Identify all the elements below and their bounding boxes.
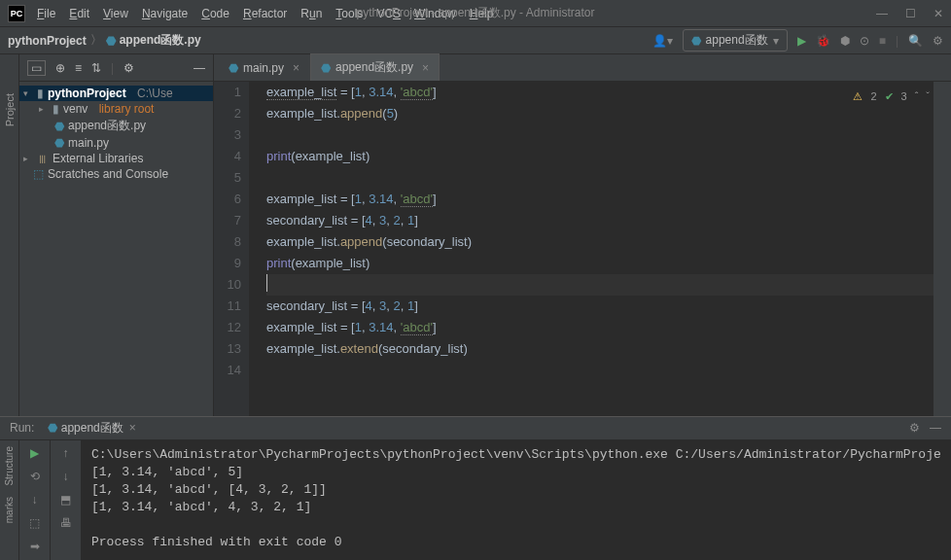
code-content[interactable]: example_list = [1, 3.14, 'abcd'] example…: [249, 82, 933, 416]
tree-project-root[interactable]: ▾ ▮ pythonProject C:\Use: [19, 86, 213, 101]
search-button[interactable]: 🔍: [908, 34, 923, 48]
run-toolbar: ▶ ⟲ ↓ ⬚ ➡: [19, 440, 51, 560]
print-button[interactable]: 🖶: [60, 516, 72, 530]
run-config-name: append函数: [706, 32, 768, 49]
tab-main[interactable]: ⬣ main.py ×: [218, 55, 310, 81]
editor: ⬣ main.py × ⬣ append函数.py × ⚠2 ✔3 ˆˇ 123…: [214, 54, 951, 416]
expand-toggle[interactable]: ▸: [39, 104, 49, 114]
layout-button[interactable]: ⬚: [29, 516, 40, 530]
up-button[interactable]: ↑: [63, 446, 69, 460]
project-view-icon[interactable]: ▭: [27, 60, 46, 76]
line-gutter: 1234567891011121314: [214, 82, 249, 416]
expand-icon[interactable]: ≡: [75, 61, 82, 75]
gear-icon[interactable]: ⚙: [909, 421, 920, 435]
left-tool-stripe-lower: Structure marks: [0, 440, 19, 560]
app-logo: PC: [8, 5, 25, 22]
wrap-button[interactable]: ⬒: [60, 493, 71, 507]
stop-button[interactable]: ⟲: [30, 470, 40, 483]
run-header: Run: ⬣ append函数 × ⚙ —: [0, 417, 951, 440]
close-button[interactable]: ✕: [933, 7, 943, 20]
maximize-button[interactable]: ☐: [905, 7, 916, 20]
menu-navigate[interactable]: Navigate: [142, 7, 188, 20]
menu-refactor[interactable]: Refactor: [243, 7, 287, 20]
run-toolbar-2: ↑ ↓ ⬒ 🖶: [51, 440, 82, 560]
menu-code[interactable]: Code: [201, 7, 229, 20]
down-button[interactable]: ↓: [32, 493, 38, 507]
coverage-button[interactable]: ⬢: [840, 34, 850, 48]
breadcrumb-project[interactable]: pythonProject: [8, 34, 87, 48]
folder-icon: ▮: [53, 102, 59, 116]
breadcrumb: pythonProject 〉 ⬣ append函数.py: [8, 32, 201, 49]
python-file-icon: ⬣: [321, 61, 331, 75]
code-area[interactable]: ⚠2 ✔3 ˆˇ 1234567891011121314 example_lis…: [214, 82, 951, 416]
run-button[interactable]: ▶: [797, 34, 806, 48]
tree-venv[interactable]: ▸ ▮ venv library root: [19, 101, 213, 117]
run-tab-name[interactable]: append函数: [61, 420, 123, 437]
run-tool-window: Run: ⬣ append函数 × ⚙ — Structure marks ▶ …: [0, 416, 951, 560]
right-gutter: [933, 82, 951, 416]
python-file-icon: ⬣: [54, 136, 64, 150]
breadcrumb-separator: 〉: [90, 32, 102, 49]
rerun-button[interactable]: ▶: [30, 446, 39, 460]
hide-button[interactable]: —: [194, 61, 205, 75]
tab-append[interactable]: ⬣ append函数.py ×: [310, 53, 440, 81]
gear-icon[interactable]: ⚙: [123, 61, 134, 75]
project-tree: ▾ ▮ pythonProject C:\Use ▸ ▮ venv librar…: [19, 82, 213, 186]
console-output[interactable]: C:\Users\Administrator\PycharmProjects\p…: [82, 440, 951, 560]
down-button[interactable]: ↓: [63, 470, 69, 483]
menu-file[interactable]: File: [37, 7, 55, 20]
bookmarks-tool-button[interactable]: marks: [4, 497, 15, 523]
tree-scratches[interactable]: ⬚ Scratches and Console: [19, 166, 213, 182]
structure-tool-button[interactable]: Structure: [4, 446, 15, 486]
user-icon[interactable]: 👤▾: [652, 34, 673, 48]
hide-button[interactable]: —: [930, 421, 941, 435]
editor-tabs: ⬣ main.py × ⬣ append函数.py ×: [214, 54, 951, 82]
tree-file-main[interactable]: ⬣ main.py: [19, 135, 213, 151]
breadcrumb-file[interactable]: append函数.py: [120, 32, 201, 49]
tree-file-append[interactable]: ⬣ append函数.py: [19, 117, 213, 135]
settings-button[interactable]: ⚙: [933, 34, 943, 48]
expand-toggle[interactable]: ▸: [23, 154, 33, 163]
debug-button[interactable]: 🐞: [816, 34, 830, 48]
collapse-icon[interactable]: ⇅: [91, 61, 101, 75]
filter-button[interactable]: ➡: [30, 540, 40, 553]
menu-run[interactable]: Run: [300, 7, 322, 20]
window-title: pythonProject - append函数.py - Administra…: [357, 5, 595, 21]
python-file-icon: ⬣: [106, 34, 116, 48]
close-tab-icon[interactable]: ×: [129, 421, 136, 435]
navigation-bar: pythonProject 〉 ⬣ append函数.py 👤▾ ⬣ appen…: [0, 27, 951, 54]
scratch-icon: ⬚: [33, 167, 44, 181]
library-icon: ⫼: [37, 152, 49, 165]
close-tab-icon[interactable]: ×: [422, 61, 429, 75]
chevron-down-icon: ▾: [773, 34, 779, 48]
run-label: Run:: [10, 421, 34, 435]
folder-icon: ▮: [37, 87, 44, 100]
target-icon[interactable]: ⊕: [55, 61, 65, 75]
close-tab-icon[interactable]: ×: [293, 61, 299, 75]
minimize-button[interactable]: —: [876, 7, 888, 20]
python-icon: ⬣: [691, 34, 701, 48]
profile-button[interactable]: ⊙: [860, 34, 869, 48]
tree-external-libraries[interactable]: ▸ ⫼ External Libraries: [19, 151, 213, 166]
stop-button[interactable]: ■: [879, 34, 886, 48]
menu-view[interactable]: View: [103, 7, 128, 20]
expand-toggle[interactable]: ▾: [23, 88, 33, 98]
title-bar: PC File Edit View Navigate Code Refactor…: [0, 0, 951, 27]
menu-edit[interactable]: Edit: [69, 7, 89, 20]
left-tool-stripe: Project: [0, 54, 19, 416]
project-toolbar: ▭ ⊕ ≡ ⇅ | ⚙ —: [19, 54, 213, 82]
python-file-icon: ⬣: [229, 61, 238, 75]
project-panel: ▭ ⊕ ≡ ⇅ | ⚙ — ▾ ▮ pythonProject C:\Use ▸…: [19, 54, 214, 416]
python-icon: ⬣: [48, 421, 57, 435]
run-config-selector[interactable]: ⬣ append函数 ▾: [683, 29, 788, 52]
python-file-icon: ⬣: [54, 120, 64, 133]
project-tool-button[interactable]: Project: [4, 93, 16, 126]
